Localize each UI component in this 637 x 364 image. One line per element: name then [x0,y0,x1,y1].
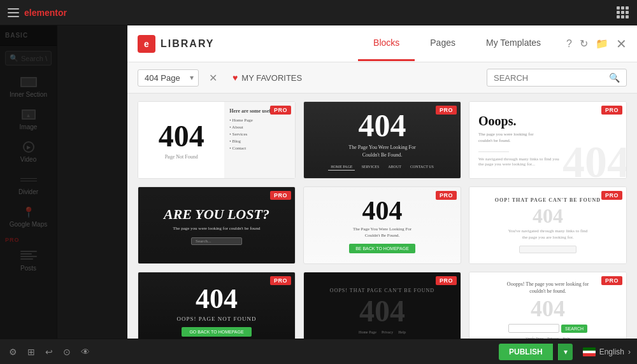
template-grid-container[interactable]: 404 Page Not Found Here are some useful … [127,94,637,339]
undo-icon[interactable]: ↩ [43,344,55,360]
pro-badge: PRO [601,191,622,200]
favorites-button[interactable]: ♥ MY FAVORITES [227,70,307,85]
template-card[interactable]: ARE YOU LOST? The page you were looking … [138,186,296,264]
search-btn[interactable]: SEARCH [561,325,587,333]
publish-arrow-button[interactable]: ▾ [558,344,573,360]
template-card[interactable]: OOPS! THAT PAGE CAN'T BE FOUND 404 Home … [303,272,461,339]
template-card[interactable]: Ooopps! The page you were looking forcou… [469,272,627,339]
pro-badge: PRO [601,106,622,115]
close-button[interactable]: ✕ [616,36,627,52]
back-button[interactable]: GO BACK TO HOMEPAGE [182,327,251,337]
template-card[interactable]: 404 The Page You Were Looking ForCouldn'… [303,101,461,179]
folder-icon[interactable]: 📁 [596,38,608,50]
pro-badge: PRO [270,276,291,285]
tab-blocks[interactable]: Blocks [358,26,415,61]
flag-icon [583,347,596,356]
search-wrap[interactable]: 🔍 [487,69,627,87]
clear-filter-button[interactable]: ✕ [206,72,220,84]
top-bar-logo: elementor [8,8,67,18]
favorites-label: MY FAVORITES [241,73,302,83]
help-icon[interactable]: ? [566,38,572,50]
chevron-icon: › [628,347,631,356]
template-search-input[interactable] [494,73,605,83]
preview-icon[interactable]: 👁 [78,344,92,360]
template-card[interactable]: 404 Page Not Found Here are some useful … [138,101,296,179]
template-card[interactable]: 404 The Page You Were Looking ForCouldn'… [303,186,461,264]
tab-pages[interactable]: Pages [415,26,471,61]
modal-header: e LIBRARY Blocks Pages My Templates ? ↻ … [127,25,637,62]
pro-badge: PRO [436,276,457,285]
filter-select[interactable]: 404 Page [138,69,199,87]
main-layout: BASIC 🔍 Inner Section Image ▶ Video [0,25,637,339]
template-grid: 404 Page Not Found Here are some useful … [138,101,627,339]
menu-icon[interactable] [8,8,19,17]
card-left: 404 Page Not Found [138,102,224,178]
pro-badge: PRO [436,191,457,200]
tab-my-templates[interactable]: My Templates [471,26,556,61]
modal-actions: ? ↻ 📁 ✕ [566,36,627,52]
back-button[interactable]: BE BACK TO HOMEPAGE [349,244,415,253]
pro-badge: PRO [270,106,291,115]
language-section: English › [583,347,631,356]
language-label: English [599,347,624,356]
history-icon[interactable]: ⊙ [61,344,73,360]
top-bar: elementor [0,0,637,25]
library-modal: e LIBRARY Blocks Pages My Templates ? ↻ … [127,25,637,339]
elementor-logo: elementor [24,8,67,18]
settings-icon[interactable]: ⚙ [6,344,20,360]
bottom-toolbar: ⚙ ⊞ ↩ ⊙ 👁 PUBLISH ▾ English › [0,339,637,364]
template-card[interactable]: Ooops. The page you were looking forcoul… [469,101,627,179]
responsive-icon[interactable]: ⊞ [25,344,38,360]
search-input[interactable] [508,324,559,333]
modal-logo: e LIBRARY [138,35,215,53]
refresh-icon[interactable]: ↻ [580,38,588,50]
pro-badge: PRO [270,191,291,200]
modal-overlay: e LIBRARY Blocks Pages My Templates ? ↻ … [0,25,637,339]
template-card[interactable]: OOP! THAT PAGE CAN'T BE FOUND 404 You've… [469,186,627,264]
pro-badge: PRO [436,106,457,115]
modal-logo-icon: e [138,35,155,53]
modal-toolbar: 404 Page ✕ ♥ MY FAVORITES 🔍 [127,62,637,94]
grid-icon[interactable] [617,6,629,19]
template-card[interactable]: 404 OOPS! PAGE NOT FOUND GO BACK TO HOME… [138,272,296,339]
modal-title: LIBRARY [161,38,215,50]
publish-button[interactable]: PUBLISH [499,344,553,360]
modal-tabs: Blocks Pages My Templates [358,26,556,61]
filter-select-wrap[interactable]: 404 Page [138,69,199,87]
search-icon: 🔍 [609,73,620,83]
pro-badge: PRO [601,276,622,285]
heart-icon: ♥ [233,73,238,83]
